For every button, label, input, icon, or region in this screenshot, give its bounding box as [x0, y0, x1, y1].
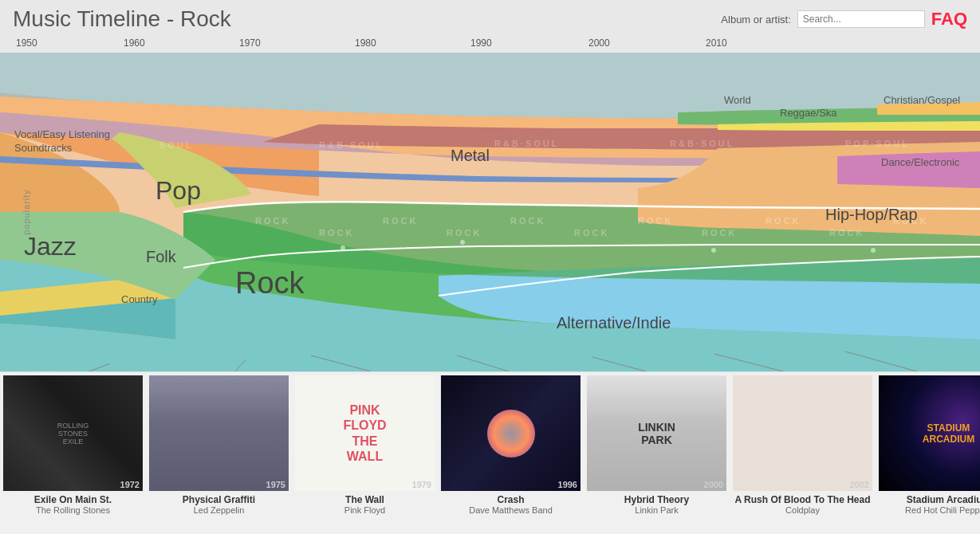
svg-text:ROCK: ROCK: [702, 228, 737, 238]
album-item: 1996CrashDave Matthews Band: [438, 375, 584, 534]
album-title: Crash: [443, 494, 579, 505]
album-title: A Rush Of Blood To The Head: [735, 494, 871, 505]
page-title: Music Timeline - Rock: [13, 6, 231, 32]
album-artist: Coldplay: [785, 505, 820, 515]
album-cover: STADIUMARCADIUM2006: [879, 375, 980, 491]
svg-text:R&B·SOUL: R&B·SOUL: [319, 140, 384, 150]
svg-text:ROCK: ROCK: [893, 216, 928, 226]
album-artist: Red Hot Chili Peppers: [905, 505, 980, 515]
album-item: ROLLINGSTONESEXILE1972Exile On Main St.T…: [0, 375, 146, 534]
album-cover: 2002: [733, 375, 872, 491]
year-label-2000: 2000: [588, 37, 610, 49]
year-axis: 1950196019701980199020002010: [0, 35, 980, 53]
album-cover: PINKFLOYDTHEWALL1979: [295, 375, 435, 491]
year-label-1960: 1960: [124, 37, 145, 49]
album-artist: Led Zeppelin: [194, 505, 245, 515]
svg-text:ROCK: ROCK: [319, 228, 354, 238]
album-title: The Wall: [297, 494, 433, 505]
svg-point-26: [871, 248, 876, 253]
chart-svg: ROCK ROCK ROCK ROCK ROCK ROCK ROCK ROCK …: [0, 53, 980, 371]
svg-point-25: [711, 248, 716, 253]
album-year: 2002: [850, 480, 869, 489]
svg-text:SOUL: SOUL: [159, 140, 194, 150]
svg-text:ROCK: ROCK: [766, 216, 801, 226]
svg-text:R&B·SOUL: R&B·SOUL: [670, 139, 734, 148]
svg-text:ROCK: ROCK: [638, 216, 673, 226]
svg-text:ROCK: ROCK: [510, 216, 545, 226]
album-year: 1972: [120, 480, 140, 489]
albums-section: ROLLINGSTONESEXILE1972Exile On Main St.T…: [0, 371, 980, 534]
svg-text:POP·SOUL: POP·SOUL: [845, 139, 910, 148]
album-cover: LINKINPARK2000: [587, 375, 726, 491]
svg-text:ROCK: ROCK: [574, 228, 609, 238]
svg-text:ROCK: ROCK: [255, 216, 290, 226]
year-label-1970: 1970: [239, 37, 261, 49]
search-input[interactable]: [797, 10, 925, 28]
svg-text:ROCK: ROCK: [383, 216, 418, 226]
page-header: Music Timeline - Rock Album or artist: F…: [0, 0, 980, 35]
chart-area: popularity: [0, 53, 980, 371]
album-artist: Pink Floyd: [344, 505, 385, 515]
year-label-1980: 1980: [355, 37, 376, 49]
popularity-label: popularity: [22, 189, 31, 235]
album-artist: Linkin Park: [635, 505, 678, 515]
svg-point-23: [340, 245, 345, 250]
album-cover: ROLLINGSTONESEXILE1972: [3, 375, 143, 491]
svg-text:ROCK: ROCK: [447, 228, 482, 238]
album-item: PINKFLOYDTHEWALL1979The WallPink Floyd: [292, 375, 438, 534]
album-cover: 1975: [149, 375, 289, 491]
album-year: 1996: [558, 480, 577, 489]
album-title: Stadium Arcadium: [881, 494, 981, 505]
svg-text:ROCK: ROCK: [829, 228, 864, 238]
album-year: 1975: [266, 480, 285, 489]
album-artist: The Rolling Stones: [36, 505, 110, 515]
album-title: Exile On Main St.: [6, 494, 141, 505]
search-area: Album or artist: FAQ: [721, 9, 967, 29]
album-item: STADIUMARCADIUM2006Stadium ArcadiumRed H…: [876, 375, 980, 534]
album-cover: 1996: [441, 375, 581, 491]
timeline-container: popularity: [0, 53, 980, 371]
svg-point-24: [460, 240, 465, 245]
album-item: 2002A Rush Of Blood To The HeadColdplay: [730, 375, 876, 534]
album-year: 2000: [704, 480, 723, 489]
album-year: 1979: [412, 480, 431, 489]
svg-text:R&B·SOUL: R&B·SOUL: [494, 139, 559, 148]
album-title: Hybrid Theory: [589, 494, 725, 505]
year-label-1990: 1990: [470, 37, 492, 49]
album-artist: Dave Matthews Band: [469, 505, 553, 515]
album-item: LINKINPARK2000Hybrid TheoryLinkin Park: [584, 375, 730, 534]
year-label-2010: 2010: [706, 37, 727, 49]
faq-link[interactable]: FAQ: [931, 9, 967, 29]
album-title: Physical Graffiti: [152, 494, 287, 505]
search-label: Album or artist:: [721, 14, 790, 26]
album-item: 1975Physical GraffitiLed Zeppelin: [146, 375, 292, 534]
year-label-1950: 1950: [16, 37, 37, 49]
